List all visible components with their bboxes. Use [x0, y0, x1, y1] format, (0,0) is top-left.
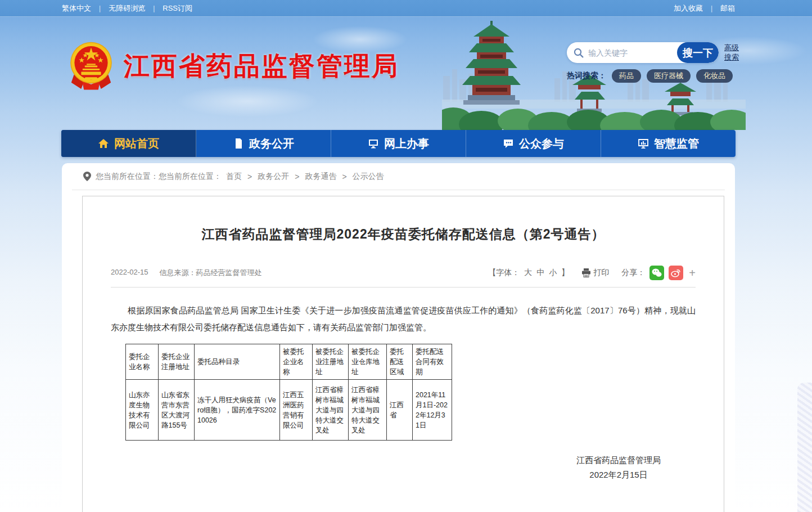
- search-area: 搜一下 高级 搜索 热词搜索： 药品 医疗器械 化妆品: [567, 42, 747, 83]
- search-box: 搜一下: [567, 42, 719, 63]
- background-ornament: [797, 383, 812, 512]
- search-icon: [574, 48, 584, 58]
- print-button[interactable]: 打印: [581, 268, 609, 278]
- article-date: 2022-02-15: [111, 268, 148, 278]
- fontsize-large-button[interactable]: 大: [524, 268, 532, 278]
- monitor-icon: [368, 138, 379, 149]
- cell-entrusted-company: 江西五洲医药营销有限公司: [280, 380, 313, 441]
- cell-entrusted-address: 江西省樟树市福城大道与四特大道交叉处: [313, 380, 349, 441]
- article-signature: 江西省药品监督管理局 2022年2月15日: [111, 453, 696, 482]
- advanced-search-line2[interactable]: 搜索: [724, 52, 739, 62]
- link-traditional-chinese[interactable]: 繁体中文: [62, 3, 91, 14]
- breadcrumb-item-gov-notices[interactable]: 政务通告: [305, 172, 336, 182]
- article-body-paragraph: 根据原国家食品药品监管总局 国家卫生计生委《关于进一步加强疫苗流通监管促进疫苗供…: [111, 302, 696, 336]
- nav-item-label: 政务公开: [249, 136, 294, 151]
- site-title: 江西省药品监督管理局: [124, 49, 399, 84]
- cell-delivery-region: 江西省: [387, 380, 413, 441]
- signature-org: 江西省药品监督管理局: [576, 453, 661, 468]
- search-button[interactable]: 搜一下: [677, 42, 719, 63]
- topbar-divider: |: [153, 5, 155, 12]
- share-more-button[interactable]: +: [689, 267, 696, 280]
- nav-item-public-participation[interactable]: 公众参与: [466, 130, 601, 157]
- national-emblem-logo: [69, 41, 114, 92]
- search-input[interactable]: [588, 48, 677, 57]
- hot-word-drug[interactable]: 药品: [612, 69, 641, 83]
- cell-entrusting-address: 山东省东营市东营区大渡河路155号: [159, 380, 195, 441]
- link-rss[interactable]: RSS订阅: [163, 3, 192, 14]
- share-wechat-icon[interactable]: [649, 266, 664, 280]
- location-pin-icon: [83, 172, 91, 181]
- fontsize-medium-button[interactable]: 中: [536, 268, 544, 278]
- nav-item-label: 网上办事: [384, 136, 429, 151]
- print-label: 打印: [593, 268, 609, 278]
- breadcrumb: 您当前所在位置：您当前所在位置： 首页 > 政务公开 > 政务通告 > 公示公告: [72, 163, 725, 190]
- topbar-divider: |: [711, 5, 712, 12]
- article-title: 江西省药品监督管理局2022年疫苗委托储存配送信息（第2号通告）: [111, 226, 696, 243]
- breadcrumb-item-public-announcements[interactable]: 公示公告: [353, 172, 384, 182]
- col-header: 被委托企业名称: [280, 344, 313, 380]
- breadcrumb-separator: >: [247, 172, 252, 181]
- breadcrumb-separator: >: [295, 172, 299, 181]
- col-header: 委托品种目录: [195, 344, 280, 380]
- hot-word-cosmetics[interactable]: 化妆品: [696, 69, 733, 83]
- advanced-search-link: 高级 搜索: [724, 43, 739, 62]
- col-header: 被委托企业注册地址: [313, 344, 349, 380]
- nav-item-label: 智慧监管: [654, 136, 699, 151]
- link-add-favorite[interactable]: 加入收藏: [674, 3, 703, 14]
- printer-icon: [581, 268, 591, 277]
- link-mailbox[interactable]: 邮箱: [720, 3, 735, 14]
- document-icon: [233, 138, 244, 149]
- nav-item-smart-supervision[interactable]: 智慧监管: [601, 130, 736, 157]
- nav-item-gov-disclosure[interactable]: 政务公开: [196, 130, 331, 157]
- col-header: 委托企业名称: [126, 344, 159, 380]
- nav-item-label: 公众参与: [519, 136, 564, 151]
- link-accessibility[interactable]: 无障碍浏览: [109, 3, 145, 14]
- nav-item-online-services[interactable]: 网上办事: [331, 130, 466, 157]
- vaccine-delegation-table: 委托企业名称 委托企业注册地址 委托品种目录 被委托企业名称 被委托企业注册地址…: [125, 344, 452, 441]
- smart-monitor-icon: [638, 138, 649, 149]
- table-row: 山东亦度生物技术有限公司 山东省东营市东营区大渡河路155号 冻干人用狂犬病疫苗…: [126, 380, 452, 441]
- signature-date: 2022年2月15日: [576, 468, 661, 482]
- breadcrumb-item-gov-disclosure[interactable]: 政务公开: [258, 172, 289, 182]
- fontsize-small-button[interactable]: 小: [549, 268, 557, 278]
- content-panel: 您当前所在位置：您当前所在位置： 首页 > 政务公开 > 政务通告 > 公示公告…: [62, 163, 735, 512]
- article-meta-right: 【字体： 大 中 小 】 打印: [488, 266, 696, 280]
- site-header: 江西省药品监督管理局 搜一下 高级 搜索 热词搜索： 药品 医疗器械 化妆品: [0, 17, 812, 130]
- share-label: 分享：: [621, 268, 645, 278]
- hot-word-medical-device[interactable]: 医疗器械: [647, 69, 691, 83]
- topbar: 繁体中文 | 无障碍浏览 | RSS订阅 加入收藏 | 邮箱: [0, 0, 812, 17]
- main-nav: 网站首页 政务公开 网上办事 公众参与 智慧监管: [61, 130, 736, 157]
- article-source: 信息来源：药品经营监督管理处: [160, 268, 262, 278]
- breadcrumb-item-home[interactable]: 首页: [226, 172, 242, 182]
- article-box: 江西省药品监督管理局2022年疫苗委托储存配送信息（第2号通告） 2022-02…: [82, 196, 724, 512]
- hot-search-label: 热词搜索：: [567, 71, 606, 81]
- cell-entrusting-company: 山东亦度生物技术有限公司: [126, 380, 159, 441]
- fontsize-bracket-open: 【字体：: [488, 268, 520, 278]
- cell-contract-validity: 2021年11月1日-2022年12月31日: [413, 380, 452, 441]
- site-brand: 江西省药品监督管理局: [69, 41, 399, 92]
- table-header-row: 委托企业名称 委托企业注册地址 委托品种目录 被委托企业名称 被委托企业注册地址…: [126, 344, 452, 380]
- col-header: 委托企业注册地址: [159, 344, 195, 380]
- col-header: 委托配送合同有效期: [413, 344, 452, 380]
- breadcrumb-separator: >: [342, 172, 346, 181]
- page: 繁体中文 | 无障碍浏览 | RSS订阅 加入收藏 | 邮箱: [0, 0, 812, 512]
- fontsize-bracket-close: 】: [561, 268, 569, 278]
- cell-product-catalog: 冻干人用狂犬病疫苗（Vero细胞），国药准字S20210026: [195, 380, 280, 441]
- article-meta-row: 2022-02-15 信息来源：药品经营监督管理处 【字体： 大 中 小 】: [111, 266, 696, 288]
- col-header: 被委托企业仓库地址: [349, 344, 387, 380]
- hot-search-row: 热词搜索： 药品 医疗器械 化妆品: [567, 69, 747, 83]
- nav-item-home[interactable]: 网站首页: [61, 130, 196, 157]
- topbar-right-links: 加入收藏 | 邮箱: [674, 3, 735, 14]
- article-meta-left: 2022-02-15 信息来源：药品经营监督管理处: [111, 268, 262, 278]
- topbar-divider: |: [99, 5, 101, 12]
- cell-warehouse-address: 江西省樟树市福城大道与四特大道交叉处: [349, 380, 387, 441]
- topbar-left-links: 繁体中文 | 无障碍浏览 | RSS订阅: [62, 3, 192, 14]
- nav-item-label: 网站首页: [114, 136, 159, 151]
- home-icon: [98, 138, 109, 149]
- breadcrumb-prefix: 您当前所在位置：您当前所在位置：: [96, 172, 222, 182]
- chat-icon: [503, 138, 514, 149]
- share-weibo-icon[interactable]: [669, 266, 683, 280]
- advanced-search-line1[interactable]: 高级: [724, 43, 739, 52]
- col-header: 委托配送区域: [387, 344, 413, 380]
